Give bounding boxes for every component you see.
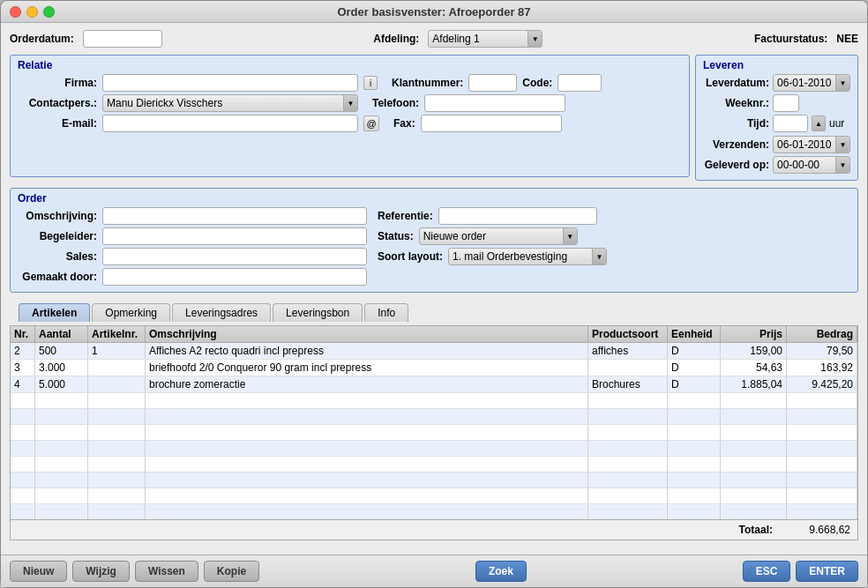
- orderdatum-input[interactable]: 05-01-2010: [83, 30, 162, 48]
- status-spacer: [10, 544, 858, 547]
- weeknr-label: Weeknr.:: [703, 97, 769, 109]
- status-dropdown[interactable]: Nieuwe order ▼: [419, 227, 578, 245]
- td-artikel-0: 1: [88, 343, 146, 359]
- leverdatum-label: Leverdatum:: [703, 77, 769, 89]
- gemaakt-input[interactable]: Systeembeheerder: [102, 268, 367, 286]
- status-arrow[interactable]: ▼: [563, 228, 577, 244]
- tijd-stepper[interactable]: ▲: [812, 115, 826, 131]
- contactpers-arrow[interactable]: ▼: [343, 95, 357, 111]
- td-omschrijving-0: Affiches A2 recto quadri incl prepress: [146, 343, 588, 359]
- firma-input[interactable]: Data Line Solutions nv.: [102, 74, 358, 92]
- geleverd-value: 00-00-00: [774, 159, 835, 171]
- esc-button[interactable]: ESC: [743, 561, 791, 582]
- th-bedrag: Bedrag: [787, 326, 857, 342]
- th-prijs: Prijs: [721, 326, 787, 342]
- klantnummer-input[interactable]: 11122: [468, 74, 517, 92]
- firma-info-icon[interactable]: i: [363, 76, 378, 90]
- td-prijs-1: 54,63: [721, 360, 787, 376]
- table-row-empty: [11, 441, 857, 457]
- th-artikel: Artikelnr.: [88, 326, 146, 342]
- tijd-input[interactable]: 00:00: [773, 115, 808, 132]
- verzenden-dropdown[interactable]: 06-01-2010 ▼: [773, 136, 850, 153]
- omschrijving-input[interactable]: Bestelling 05-01-2010: [102, 207, 367, 225]
- td-bedrag-0: 79,50: [787, 343, 857, 359]
- sales-label: Sales:: [18, 250, 97, 263]
- table-row[interactable]: 4 5.000 brochure zomeractie Brochures D …: [11, 376, 857, 393]
- verzenden-arrow[interactable]: ▼: [835, 137, 849, 153]
- tijd-label: Tijd:: [703, 117, 769, 130]
- telefoon-label: Telefoon:: [372, 97, 419, 109]
- code-input[interactable]: line: [557, 74, 602, 92]
- geleverd-label: Geleverd op:: [703, 159, 769, 171]
- th-nr: Nr.: [11, 326, 35, 342]
- soort-dropdown[interactable]: 1. mail Orderbevestiging ▼: [448, 248, 607, 265]
- geleverd-dropdown[interactable]: 00-00-00 ▼: [773, 156, 850, 174]
- begeleider-input[interactable]: Christoph Krohn: [102, 227, 367, 245]
- tab-info[interactable]: Info: [364, 303, 408, 322]
- uur-label: uur: [829, 117, 844, 130]
- table-row-empty: [11, 488, 857, 504]
- afdeling-arrow[interactable]: ▼: [528, 31, 542, 47]
- td-nr-0: 2: [11, 343, 35, 359]
- enter-button[interactable]: ENTER: [796, 561, 858, 582]
- soort-value: 1. mail Orderbevestiging: [449, 250, 592, 263]
- td-eenheid-1: D: [668, 360, 721, 376]
- orderdatum-label: Orderdatum:: [10, 33, 74, 45]
- td-product-2: Brochures: [588, 376, 668, 392]
- td-artikel-1: [88, 360, 146, 376]
- table-row-empty: [11, 393, 857, 409]
- referentie-input[interactable]: [438, 207, 597, 225]
- th-product: Productsoort: [588, 326, 668, 342]
- wijzig-button[interactable]: Wijzig: [72, 561, 130, 582]
- wissen-button[interactable]: Wissen: [135, 561, 198, 582]
- close-button[interactable]: [10, 6, 21, 18]
- afdeling-dropdown[interactable]: Afdeling 1 ▼: [428, 30, 542, 48]
- content-area: Orderdatum: 05-01-2010 Afdeling: Afdelin…: [1, 23, 867, 555]
- tab-opmerking[interactable]: Opmerking: [92, 303, 170, 322]
- tab-artikelen[interactable]: Artikelen: [19, 303, 90, 322]
- sales-input[interactable]: Christoph Krohn: [102, 248, 367, 265]
- contactpers-dropdown[interactable]: Manu Dierickx Visschers ▼: [102, 94, 358, 112]
- leverdatum-arrow[interactable]: ▼: [835, 75, 849, 91]
- status-value: Nieuwe order: [420, 230, 563, 242]
- totaal-value: 9.668,62: [780, 524, 850, 536]
- maximize-button[interactable]: [43, 6, 55, 18]
- tab-leveringsadres[interactable]: Leveringsadres: [172, 303, 271, 322]
- td-aantal-0: 500: [35, 343, 88, 359]
- th-omschrijving: Omschrijving: [146, 326, 588, 342]
- td-aantal-1: 3.000: [35, 360, 88, 376]
- minimize-button[interactable]: [26, 6, 38, 18]
- leveren-title: Leveren: [703, 59, 850, 71]
- email-at-icon[interactable]: @: [363, 115, 379, 131]
- soort-arrow[interactable]: ▼: [592, 249, 606, 264]
- soort-label: Soort layout:: [378, 250, 443, 263]
- zoek-button[interactable]: Zoek: [475, 561, 527, 582]
- table-row-empty: [11, 425, 857, 441]
- telefoon-input[interactable]: 050-83 20 00: [424, 94, 565, 112]
- tab-leveringsbon[interactable]: Leveringsbon: [273, 303, 363, 322]
- totaal-label: Totaal:: [739, 524, 773, 536]
- table-header: Nr. Aantal Artikelnr. Omschrijving Produ…: [11, 326, 857, 343]
- td-omschrijving-2: brochure zomeractie: [146, 376, 588, 392]
- table-row[interactable]: 3 3.000 briefhoofd 2/0 Conqueror 90 gram…: [11, 360, 857, 376]
- geleverd-arrow[interactable]: ▼: [835, 157, 849, 173]
- kopie-button[interactable]: Kopie: [204, 561, 259, 582]
- order-section: Order Omschrijving: Bestelling 05-01-201…: [10, 188, 858, 293]
- factuurstatus-label: Factuurstatus:: [754, 33, 827, 45]
- email-input[interactable]: manu@datalinesolutions.net: [102, 115, 358, 132]
- fax-input[interactable]: 050-83 20 01: [421, 115, 562, 132]
- leverdatum-dropdown[interactable]: 06-01-2010 ▼: [773, 74, 850, 92]
- td-eenheid-2: D: [668, 376, 721, 392]
- table-row[interactable]: 2 500 1 Affiches A2 recto quadri incl pr…: [11, 343, 857, 360]
- td-product-1: [588, 360, 668, 376]
- td-eenheid-0: D: [668, 343, 721, 359]
- code-label: Code:: [522, 77, 552, 89]
- td-artikel-2: [88, 376, 146, 392]
- nieuw-button[interactable]: Nieuw: [10, 561, 67, 582]
- td-bedrag-2: 9.425,20: [787, 376, 857, 392]
- center-buttons: Zoek: [475, 561, 527, 582]
- factuurstatus-value: NEE: [836, 33, 858, 45]
- status-label: Status:: [378, 230, 414, 242]
- table-row-empty: [11, 409, 857, 425]
- weeknr-input[interactable]: 1: [773, 94, 799, 112]
